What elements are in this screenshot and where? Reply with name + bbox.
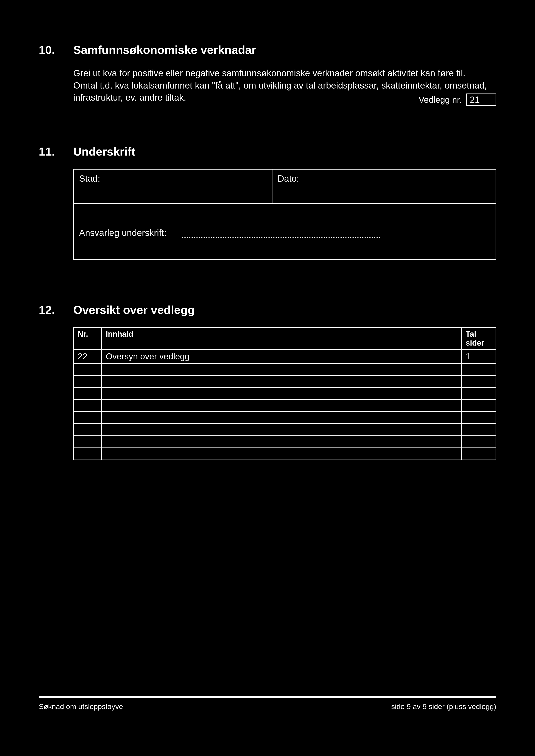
attachments-table: Nr. Innhald Tal sider 22 Oversyn over ve… (73, 327, 496, 460)
cell-tal[interactable] (462, 375, 496, 387)
cell-innhald[interactable] (102, 399, 462, 412)
cell-nr[interactable] (74, 387, 102, 399)
cell-innhald[interactable] (102, 375, 462, 387)
footer-rule-thin (39, 699, 496, 699)
cell-nr[interactable] (74, 363, 102, 375)
cell-innhald[interactable] (102, 363, 462, 375)
header-innhald: Innhald (102, 328, 462, 350)
section-12-heading: 12. Oversikt over vedlegg (39, 303, 496, 316)
cell-innhald[interactable] (102, 387, 462, 399)
signature-table: Stad: Dato: Ansvarleg underskrift: (73, 169, 496, 260)
cell-tal[interactable] (462, 423, 496, 436)
cell-nr[interactable] (74, 423, 102, 436)
section-10-heading: 10. Samfunnsøkonomiske verknadar (39, 43, 496, 56)
page-footer: Søknad om utsleppsløyve side 9 av 9 side… (39, 696, 496, 711)
table-row (74, 412, 496, 423)
cell-nr[interactable] (74, 436, 102, 448)
table-row: 22 Oversyn over vedlegg 1 (74, 349, 496, 363)
cell-tal[interactable] (462, 387, 496, 399)
table-row (74, 387, 496, 399)
section-12-number: 12. (39, 303, 65, 316)
header-tal-sider: Tal sider (462, 328, 496, 350)
section-10: 10. Samfunnsøkonomiske verknadar Grei ut… (39, 43, 496, 106)
table-row (74, 363, 496, 375)
vedlegg-number-field[interactable]: 21 (466, 94, 496, 106)
stad-label: Stad: (79, 173, 100, 184)
footer-left: Søknad om utsleppsløyve (39, 702, 123, 711)
cell-nr[interactable]: 22 (74, 349, 102, 363)
attachments-header-row: Nr. Innhald Tal sider (74, 328, 496, 350)
cell-tal[interactable] (462, 363, 496, 375)
section-11: 11. Underskrift Stad: Dato: Ansvarleg un… (39, 145, 496, 260)
cell-nr[interactable] (74, 448, 102, 460)
ansvarleg-label: Ansvarleg underskrift: (79, 228, 166, 238)
table-row (74, 423, 496, 436)
cell-nr[interactable] (74, 399, 102, 412)
table-row (74, 436, 496, 448)
stad-cell[interactable]: Stad: (74, 169, 272, 204)
table-row (74, 448, 496, 460)
cell-innhald[interactable]: Oversyn over vedlegg (102, 349, 462, 363)
section-11-heading: 11. Underskrift (39, 145, 496, 158)
vedlegg-label: Vedlegg nr. (419, 95, 462, 105)
section-10-number: 10. (39, 43, 65, 56)
footer-right: side 9 av 9 sider (pluss vedlegg) (391, 702, 496, 711)
table-row (74, 375, 496, 387)
dato-cell[interactable]: Dato: (272, 169, 496, 204)
table-row (74, 399, 496, 412)
section-12: 12. Oversikt over vedlegg Nr. Innhald Ta… (39, 303, 496, 460)
cell-tal[interactable] (462, 448, 496, 460)
cell-nr[interactable] (74, 412, 102, 423)
section-10-title: Samfunnsøkonomiske verknadar (73, 43, 256, 56)
cell-innhald[interactable] (102, 436, 462, 448)
section-11-number: 11. (39, 145, 65, 158)
footer-rule-thick (39, 696, 496, 698)
signature-line (182, 230, 380, 238)
cell-tal[interactable] (462, 436, 496, 448)
cell-nr[interactable] (74, 375, 102, 387)
section-11-title: Underskrift (73, 145, 135, 158)
cell-innhald[interactable] (102, 448, 462, 460)
header-nr: Nr. (74, 328, 102, 350)
cell-tal[interactable]: 1 (462, 349, 496, 363)
dato-label: Dato: (278, 173, 299, 184)
section-12-title: Oversikt over vedlegg (73, 303, 195, 316)
section-10-para-1: Grei ut kva for positive eller negative … (73, 67, 496, 79)
cell-innhald[interactable] (102, 423, 462, 436)
cell-innhald[interactable] (102, 412, 462, 423)
signature-cell[interactable]: Ansvarleg underskrift: (74, 204, 496, 260)
cell-tal[interactable] (462, 412, 496, 423)
cell-tal[interactable] (462, 399, 496, 412)
